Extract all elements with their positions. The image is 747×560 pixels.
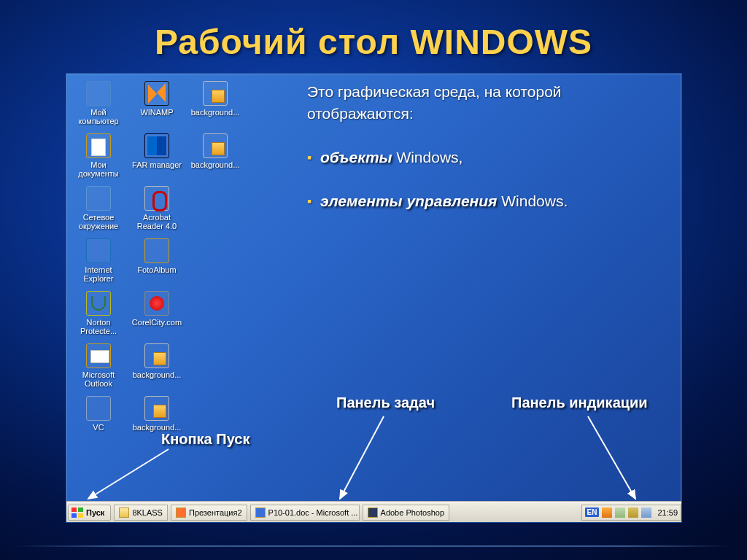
desktop-icon-vc[interactable]: VC	[69, 394, 128, 447]
icon-label: Acrobat Reader 4.0	[129, 213, 185, 230]
desktop-icon-my-documents[interactable]: Мои документы	[69, 132, 128, 184]
desktop-icon-background1[interactable]: background...	[186, 79, 244, 132]
description-text: Это графическая среда, на которой отобра…	[307, 81, 665, 212]
tray-icon[interactable]	[615, 508, 625, 518]
my-documents-icon	[86, 133, 111, 158]
arrow-to-tray-icon	[577, 413, 665, 508]
icon-label: FAR manager	[132, 160, 182, 169]
bullet-bold: элементы управления	[320, 192, 497, 209]
arrow-to-start-icon	[81, 442, 190, 508]
desktop-icon-far-manager[interactable]: FAR manager	[128, 132, 186, 184]
taskbar-item-ps[interactable]: Adobe Photoshop	[363, 505, 449, 521]
desktop-icon-corelcity[interactable]: CorelCity.com	[128, 289, 186, 342]
outlook-icon	[86, 343, 111, 368]
winamp-icon	[144, 81, 169, 106]
ps-icon	[368, 508, 378, 518]
icon-label: Сетевое окружение	[71, 213, 126, 230]
svg-line-2	[588, 416, 635, 499]
tray-icon[interactable]	[641, 508, 651, 518]
background4-icon	[144, 396, 169, 421]
icon-label: Microsoft Outlook	[71, 370, 126, 388]
8klass-icon	[119, 508, 129, 518]
desktop-icon-my-computer[interactable]: Мой компьютер	[69, 79, 128, 132]
svg-line-0	[88, 449, 169, 499]
icon-label: background...	[133, 370, 182, 379]
slide-footer-rule	[15, 545, 732, 547]
icon-label: VC	[93, 423, 104, 432]
taskbar-item-ppt[interactable]: Презентация2	[171, 505, 247, 521]
tray-icon[interactable]	[602, 508, 612, 518]
annotation-tray: Панель индикации	[511, 394, 648, 411]
taskbar-item-word[interactable]: P10-01.doc - Microsoft ...	[250, 505, 360, 521]
background3-icon	[144, 343, 169, 368]
icon-label: background...	[191, 160, 240, 169]
taskbar-item-label: Презентация2	[189, 508, 242, 517]
desktop-icon-background3[interactable]: background...	[128, 342, 186, 394]
desktop-icon-fotoalbum[interactable]: FotoAlbum	[128, 237, 186, 289]
start-label: Пуск	[86, 508, 104, 517]
norton-icon	[86, 291, 111, 316]
my-computer-icon	[86, 81, 111, 106]
taskbar-item-8klass[interactable]: 8KLASS	[114, 505, 168, 521]
clock[interactable]: 21:59	[654, 508, 678, 517]
start-button[interactable]: Пуск	[68, 505, 111, 521]
desktop-icons-area: Мой компьютерWINAMPbackground... Мои док…	[69, 79, 244, 447]
desktop-icon-winamp[interactable]: WINAMP	[128, 79, 186, 132]
corelcity-icon	[144, 291, 169, 316]
bullet-objects: объекты Windows,	[307, 147, 665, 168]
vc-icon	[86, 396, 111, 421]
fotoalbum-icon	[144, 238, 169, 263]
taskbar: Пуск 8KLASSПрезентация2P10-01.doc - Micr…	[66, 502, 681, 522]
ppt-icon	[176, 508, 186, 518]
language-indicator[interactable]: EN	[585, 508, 600, 517]
icon-label: Internet Explorer	[71, 265, 126, 283]
icon-label: WINAMP	[140, 108, 173, 117]
bullet-rest: Windows,	[392, 149, 463, 166]
system-tray[interactable]: EN 21:59	[581, 505, 681, 521]
desktop-icon-network[interactable]: Сетевое окружение	[69, 184, 128, 237]
ie-icon	[86, 238, 111, 263]
svg-line-1	[340, 416, 384, 499]
icon-label: background...	[191, 108, 240, 117]
desktop-icon-outlook[interactable]: Microsoft Outlook	[69, 342, 128, 394]
desktop-screenshot: Мой компьютерWINAMPbackground... Мои док…	[66, 73, 682, 523]
background1-icon	[203, 81, 228, 106]
bullet-controls: элементы управления Windows.	[307, 190, 665, 212]
icon-label: CorelCity.com	[132, 318, 182, 327]
desktop-icon-norton[interactable]: Norton Protecte...	[69, 289, 128, 342]
word-icon	[255, 508, 266, 518]
icon-label: FotoAlbum	[137, 265, 176, 274]
acrobat-icon	[144, 186, 169, 211]
taskbar-item-label: Adobe Photoshop	[381, 508, 444, 517]
intro-line: Это графическая среда, на которой отобра…	[307, 81, 665, 125]
desktop-icon-ie[interactable]: Internet Explorer	[69, 237, 128, 289]
taskbar-item-label: 8KLASS	[132, 508, 163, 517]
annotation-taskbar: Панель задач	[336, 394, 435, 411]
windows-flag-icon	[71, 508, 83, 518]
icon-label: Мой компьютер	[71, 108, 126, 125]
far-manager-icon	[144, 133, 169, 158]
bullet-rest: Windows.	[497, 192, 568, 209]
icon-label: Norton Protecte...	[71, 318, 126, 335]
bullet-bold: объекты	[320, 149, 392, 166]
desktop-icon-acrobat[interactable]: Acrobat Reader 4.0	[128, 184, 186, 237]
background2-icon	[203, 133, 228, 158]
annotation-start: Кнопка Пуск	[161, 431, 249, 448]
desktop-icon-background2[interactable]: background...	[186, 132, 244, 184]
taskbar-item-label: P10-01.doc - Microsoft ...	[268, 508, 358, 517]
slide-title: Рабочий стол WINDOWS	[0, 0, 747, 62]
network-icon	[86, 186, 111, 211]
arrow-to-taskbar-icon	[325, 413, 413, 508]
tray-volume-icon[interactable]	[628, 508, 638, 518]
icon-label: Мои документы	[71, 160, 126, 178]
